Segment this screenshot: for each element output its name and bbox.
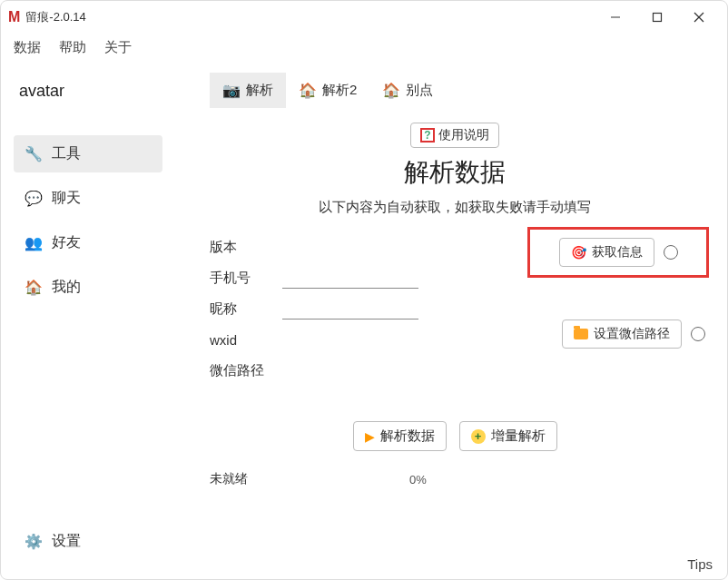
main-panel: 📷 解析 🏠 解析2 🏠 别点 ? 使用说明 解析数据 以下内容为自动获取，如获… — [173, 65, 727, 571]
section-title: 解析数据 — [210, 155, 700, 190]
question-icon: ? — [420, 128, 435, 143]
folder-icon — [574, 329, 588, 339]
sidebar-item-label: 工具 — [52, 144, 81, 163]
minimize-button[interactable] — [595, 3, 636, 32]
camera-icon: 📷 — [222, 82, 241, 99]
label-version: 版本 — [210, 239, 282, 256]
tab-parse[interactable]: 📷 解析 — [210, 73, 286, 108]
tools-icon: 🔧 — [25, 145, 43, 162]
inc-parse-label: 增量解析 — [491, 428, 546, 445]
label-phone: 手机号 — [210, 270, 282, 287]
tab-label: 别点 — [406, 82, 433, 99]
sidebar-item-label: 我的 — [52, 278, 81, 297]
gear-icon: ⚙️ — [25, 533, 43, 550]
phone-input[interactable] — [282, 267, 418, 289]
tips-label[interactable]: Tips — [687, 556, 713, 572]
maximize-button[interactable] — [636, 3, 678, 32]
set-path-radio[interactable] — [691, 327, 705, 341]
set-path-button[interactable]: 设置微信路径 — [562, 319, 682, 349]
parse-label: 解析数据 — [380, 428, 435, 445]
progress-text: 0% — [409, 473, 427, 487]
label-nickname: 昵称 — [210, 300, 282, 318]
tab-parse2[interactable]: 🏠 解析2 — [286, 73, 369, 108]
parse-button[interactable]: ▶ 解析数据 — [353, 421, 447, 451]
menu-about[interactable]: 关于 — [104, 39, 132, 56]
nickname-input[interactable] — [282, 298, 418, 319]
plus-icon: + — [471, 429, 486, 444]
sidebar-item-tools[interactable]: 🔧 工具 — [14, 135, 162, 172]
menu-help[interactable]: 帮助 — [59, 39, 86, 56]
fingerprint-icon: 🎯 — [571, 245, 586, 260]
incremental-parse-button[interactable]: + 增量解析 — [459, 421, 557, 451]
close-button[interactable] — [678, 3, 720, 32]
house-icon: 🏠 — [382, 82, 400, 99]
menubar: 数据 帮助 关于 — [1, 34, 727, 65]
sidebar-item-mine[interactable]: 🏠 我的 — [14, 269, 162, 306]
tab-label: 解析 — [246, 82, 273, 99]
sidebar: avatar 🔧 工具 💬 聊天 👥 好友 🏠 我的 ⚙️ 设置 — [1, 65, 173, 571]
app-icon: M — [8, 9, 20, 25]
help-button-label: 使用说明 — [438, 127, 489, 143]
form: 版本 手机号 昵称 wxid 微信路径 🎯 获取信息 — [210, 232, 700, 487]
tab-label: 解析2 — [322, 82, 357, 99]
get-info-radio[interactable] — [664, 245, 678, 260]
highlight-box: 🎯 获取信息 — [527, 227, 709, 278]
status-label: 未就绪 — [210, 471, 282, 487]
tab-dontclick[interactable]: 🏠 别点 — [369, 73, 446, 108]
set-path-label: 设置微信路径 — [594, 326, 670, 342]
label-wxid: wxid — [210, 332, 282, 348]
menu-data[interactable]: 数据 — [14, 39, 41, 56]
chat-icon: 💬 — [25, 190, 43, 207]
titlebar: M 留痕-2.0.14 — [1, 1, 727, 34]
get-info-label: 获取信息 — [592, 244, 643, 261]
sidebar-item-label: 设置 — [52, 532, 81, 551]
house-icon: 🏠 — [299, 82, 317, 99]
sidebar-item-label: 聊天 — [52, 189, 81, 208]
play-icon: ▶ — [365, 429, 375, 444]
window-title: 留痕-2.0.14 — [25, 9, 85, 25]
label-wxpath: 微信路径 — [210, 362, 282, 379]
get-info-button[interactable]: 🎯 获取信息 — [559, 238, 654, 267]
sidebar-item-label: 好友 — [52, 233, 81, 252]
help-button[interactable]: ? 使用说明 — [410, 123, 499, 148]
friends-icon: 👥 — [25, 234, 43, 251]
sidebar-item-settings[interactable]: ⚙️ 设置 — [14, 523, 162, 560]
section-subtitle: 以下内容为自动获取，如获取失败请手动填写 — [210, 199, 700, 216]
sidebar-item-friends[interactable]: 👥 好友 — [14, 224, 162, 261]
sidebar-item-chat[interactable]: 💬 聊天 — [14, 180, 162, 217]
home-icon: 🏠 — [25, 279, 43, 296]
tabs: 📷 解析 🏠 解析2 🏠 别点 — [210, 65, 700, 123]
svg-rect-1 — [654, 14, 662, 22]
avatar-label: avatar — [14, 82, 162, 101]
